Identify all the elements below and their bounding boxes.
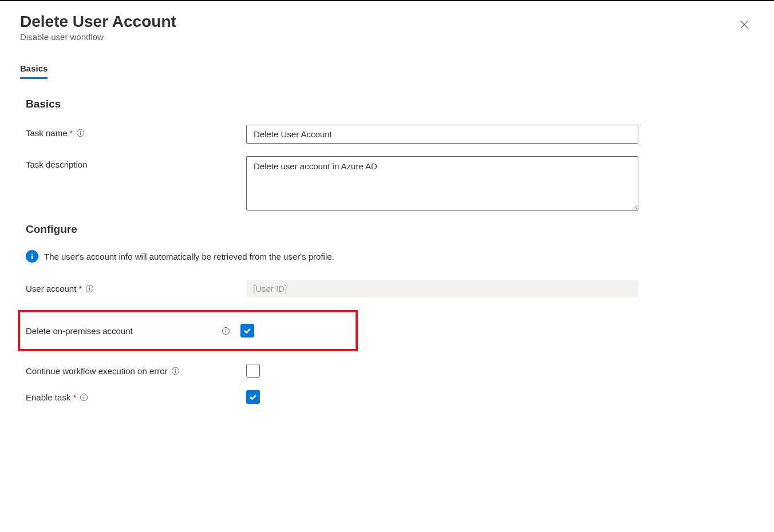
info-icon[interactable] (80, 393, 88, 402)
delete-onprem-label-text: Delete on-premises account (26, 326, 133, 336)
info-icon[interactable] (85, 284, 94, 293)
info-banner-icon (26, 250, 38, 263)
task-name-label-text: Task name (26, 128, 68, 138)
close-icon (739, 19, 749, 31)
required-indicator: * (73, 392, 76, 402)
user-account-label-text: User account (26, 284, 76, 293)
svg-point-17 (84, 395, 84, 396)
section-heading-configure: Configure (26, 223, 754, 236)
info-banner-text: The user's account info will automatical… (44, 252, 334, 261)
info-icon[interactable] (76, 129, 85, 137)
section-heading-basics: Basics (26, 98, 754, 110)
task-name-label: Task name * (26, 125, 246, 138)
continue-on-error-label-text: Continue workflow execution on error (26, 366, 168, 376)
highlight-box: Delete on-premises account (18, 310, 358, 351)
task-name-input[interactable] (246, 125, 638, 144)
user-account-field: [User ID] (246, 280, 638, 297)
required-indicator: * (78, 284, 82, 293)
task-description-label-text: Task description (26, 160, 88, 169)
task-description-input[interactable]: Delete user account in Azure AD (246, 156, 638, 211)
info-banner: The user's account info will automatical… (26, 250, 754, 263)
enable-task-checkbox[interactable] (246, 390, 260, 404)
required-indicator: * (70, 128, 73, 138)
continue-on-error-label: Continue workflow execution on error (26, 366, 246, 376)
svg-point-8 (89, 287, 90, 287)
user-account-label: User account * (26, 284, 246, 293)
task-description-label: Task description (26, 156, 246, 169)
close-button[interactable] (734, 15, 754, 36)
enable-task-label: Enable task * (26, 392, 246, 402)
page-title: Delete User Account (20, 13, 176, 31)
info-icon[interactable] (171, 367, 180, 375)
page-subtitle: Disable user workflow (20, 32, 176, 42)
delete-onprem-label: Delete on-premises account (26, 326, 240, 336)
tabs-container: Basics (20, 59, 754, 78)
svg-point-14 (175, 369, 176, 370)
continue-on-error-checkbox[interactable] (246, 364, 260, 378)
svg-point-3 (80, 131, 81, 132)
delete-onprem-checkbox[interactable] (240, 324, 254, 338)
tab-basics[interactable]: Basics (20, 59, 48, 78)
info-icon[interactable] (222, 327, 230, 335)
svg-rect-6 (31, 256, 33, 259)
enable-task-label-text: Enable task (26, 392, 70, 402)
svg-point-11 (226, 329, 226, 329)
svg-point-5 (31, 253, 33, 255)
